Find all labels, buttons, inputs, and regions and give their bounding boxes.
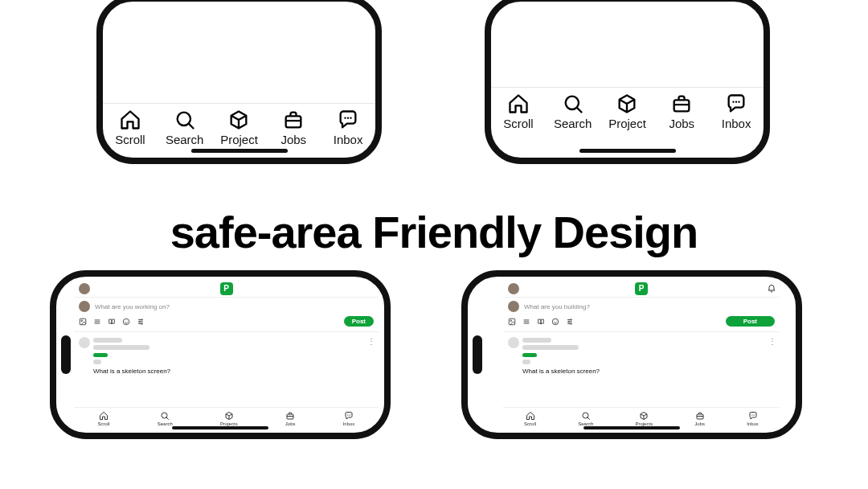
tab-search[interactable]: Search — [158, 411, 173, 426]
avatar — [79, 301, 90, 312]
tab-bar: Scroll Search Project Jobs Inbox — [491, 87, 764, 142]
home-indicator — [583, 426, 680, 429]
tab-projects[interactable]: Projects — [220, 411, 238, 426]
more-menu-icon[interactable]: ⋮ — [367, 337, 375, 346]
tab-jobs[interactable]: Jobs — [658, 92, 705, 130]
feed: ⋮ What is a skeleton screen? — [74, 332, 379, 407]
tab-project[interactable]: Project — [604, 92, 650, 130]
image-icon[interactable] — [79, 318, 87, 326]
tab-scroll[interactable]: Scroll — [107, 109, 154, 146]
tab-label: Inbox — [343, 421, 355, 426]
tab-scroll[interactable]: Scroll — [495, 92, 542, 130]
skeleton-line — [93, 353, 108, 357]
list-icon[interactable] — [93, 318, 101, 326]
app-screen: P What are you working on? Post ⋮ W — [74, 280, 379, 429]
book-icon[interactable] — [108, 318, 116, 326]
tab-project[interactable]: Project — [215, 109, 262, 146]
smile-icon[interactable] — [122, 318, 130, 326]
chat-icon — [344, 411, 354, 421]
tab-inbox[interactable]: Inbox — [325, 109, 371, 146]
home-icon — [526, 411, 535, 421]
skeleton-line — [93, 338, 122, 343]
tab-label: Inbox — [722, 117, 751, 130]
tab-label: Jobs — [285, 421, 296, 426]
cube-icon — [224, 411, 234, 421]
composer-placeholder[interactable]: What are you building? — [524, 303, 590, 310]
skeleton-line — [522, 353, 537, 357]
skeleton-line — [522, 345, 579, 350]
tab-label: Search — [554, 117, 592, 130]
tab-label: Inbox — [334, 133, 363, 146]
avatar — [79, 337, 90, 348]
bell-icon[interactable] — [767, 283, 776, 294]
app-screen: P What are you building? Post ⋮ — [503, 280, 780, 429]
avatar — [508, 301, 519, 312]
tab-scroll[interactable]: Scroll — [98, 411, 110, 426]
smile-icon[interactable] — [551, 318, 559, 326]
sliders-icon[interactable] — [137, 318, 145, 326]
tab-label: Search — [166, 133, 204, 146]
home-indicator — [172, 426, 268, 429]
tab-label: Scroll — [503, 117, 534, 130]
tab-search[interactable]: Search — [162, 109, 208, 146]
tab-jobs[interactable]: Jobs — [694, 411, 705, 426]
avatar[interactable] — [508, 283, 519, 294]
tab-label: Search — [158, 421, 173, 426]
tab-label: Scroll — [98, 421, 110, 426]
search-icon — [174, 109, 196, 131]
tab-label: Jobs — [694, 421, 705, 426]
tab-label: Scroll — [524, 421, 536, 426]
app-header: P — [503, 280, 780, 298]
skeleton-line — [522, 338, 551, 343]
search-icon — [562, 92, 584, 115]
briefcase-icon — [285, 411, 295, 421]
list-icon[interactable] — [522, 318, 530, 326]
tab-inbox[interactable]: Inbox — [713, 92, 760, 130]
tab-label: Inbox — [747, 421, 759, 426]
feed: ⋮ What is a skeleton screen? — [503, 332, 780, 407]
tab-scroll[interactable]: Scroll — [524, 411, 536, 426]
tab-inbox[interactable]: Inbox — [747, 411, 759, 426]
chat-icon — [748, 411, 758, 421]
tab-jobs[interactable]: Jobs — [270, 109, 317, 146]
composer: What are you building? Post — [503, 298, 780, 332]
skeleton-line — [522, 360, 530, 364]
search-icon — [581, 411, 591, 421]
tab-label: Jobs — [280, 133, 306, 146]
home-icon — [99, 411, 108, 421]
composer: What are you working on? Post — [74, 298, 379, 332]
phone-mockup-landscape-right: P What are you building? Post ⋮ — [461, 270, 802, 439]
home-icon — [119, 109, 141, 131]
skeleton-line — [93, 360, 101, 364]
home-indicator — [191, 149, 288, 153]
briefcase-icon — [670, 92, 693, 115]
tab-search[interactable]: Search — [578, 411, 593, 426]
app-logo: P — [220, 282, 233, 295]
tab-label: Scroll — [115, 133, 145, 146]
tab-search[interactable]: Search — [550, 92, 596, 130]
sliders-icon[interactable] — [566, 318, 574, 326]
post-text: What is a skeleton screen? — [93, 368, 170, 375]
tab-label: Project — [608, 117, 646, 130]
post-button[interactable]: Post — [726, 316, 775, 327]
briefcase-icon — [695, 411, 705, 421]
post-text: What is a skeleton screen? — [522, 368, 600, 375]
search-icon — [160, 411, 170, 421]
skeleton-line — [93, 345, 149, 350]
cube-icon — [639, 411, 649, 421]
post-button[interactable]: Post — [344, 316, 374, 327]
avatar[interactable] — [79, 283, 90, 294]
tab-projects[interactable]: Projects — [635, 411, 653, 426]
tab-label: Project — [220, 133, 258, 146]
briefcase-icon — [282, 109, 305, 131]
avatar — [508, 337, 519, 348]
tab-inbox[interactable]: Inbox — [343, 411, 355, 426]
book-icon[interactable] — [537, 318, 545, 326]
phone-mockup-landscape-left: P What are you working on? Post ⋮ W — [50, 270, 391, 439]
tab-label: Jobs — [669, 117, 694, 130]
tab-jobs[interactable]: Jobs — [285, 411, 296, 426]
more-menu-icon[interactable]: ⋮ — [768, 337, 776, 346]
image-icon[interactable] — [508, 318, 516, 326]
composer-placeholder[interactable]: What are you working on? — [95, 303, 170, 310]
cube-icon — [227, 109, 250, 131]
